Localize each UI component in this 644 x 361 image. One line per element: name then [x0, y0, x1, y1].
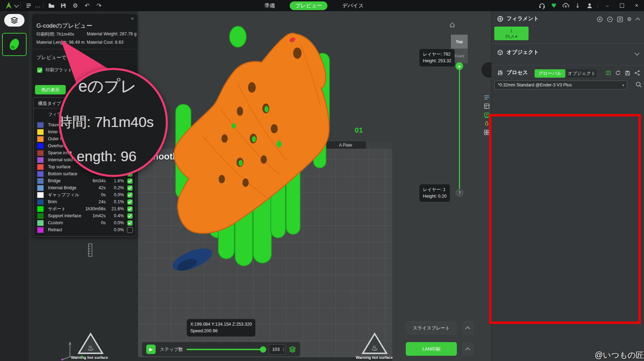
mode-tabs: 準備 プレビュー デバイス	[259, 0, 369, 11]
plate-thumbnail[interactable]	[2, 33, 27, 56]
sync-filament-icon[interactable]	[617, 16, 623, 22]
legend-visibility-checkbox[interactable]	[127, 185, 133, 191]
slice-options-button[interactable]	[462, 321, 474, 335]
home-view-icon[interactable]: ⌂	[450, 20, 455, 29]
legend-row[interactable]: ギャップフィル 0s 0.0%	[34, 191, 136, 198]
save-preset-icon[interactable]	[625, 70, 630, 76]
legend-visibility-checkbox[interactable]	[127, 199, 133, 205]
legend-tab-structure[interactable]: 構造タイプ	[38, 100, 61, 107]
close-button[interactable]: ×	[629, 2, 644, 9]
legend-color-swatch	[37, 122, 44, 128]
category-plate-icon[interactable]	[484, 103, 490, 109]
open-file-button[interactable]	[45, 2, 57, 9]
main-menu-button[interactable]	[23, 2, 35, 9]
svg-text:♨: ♨	[371, 344, 378, 352]
tab-object[interactable]: オブジェクト	[567, 69, 597, 78]
legend-visibility-checkbox[interactable]	[127, 220, 133, 226]
legend-feature-name: Bottom surface	[48, 171, 84, 176]
play-button[interactable]: ▶	[146, 345, 156, 354]
legend-row[interactable]: Support interface 1m42s 0.4%	[34, 212, 136, 219]
spinner-down-icon[interactable]: ▾	[283, 349, 284, 352]
maximize-button[interactable]	[615, 3, 629, 8]
minimize-button[interactable]: –	[600, 3, 615, 8]
legend-row[interactable]: サポート 1h30m56s 21.6%	[34, 205, 136, 212]
legend-row[interactable]: Internal Bridge 42s 0.2%	[34, 184, 136, 191]
tab-prepare[interactable]: 準備	[259, 1, 281, 10]
cloud-service-heart-icon[interactable]: ♥	[548, 2, 560, 9]
category-temperature-icon[interactable]	[484, 121, 490, 127]
legend-percent-value: 21.6%	[106, 206, 124, 211]
platform-checkbox-row[interactable]: 印刷プラットフ	[37, 67, 77, 73]
checkbox-checked-icon[interactable]	[37, 68, 42, 73]
layers-view-icon[interactable]	[289, 346, 296, 353]
material-weight-stat: Material Weight: 287.78 g	[87, 31, 136, 36]
remove-filament-icon[interactable]	[607, 16, 613, 22]
coordinate-line: X:199.084 Y:134.154 Z:253.320	[190, 321, 252, 328]
lan-print-button[interactable]: LAN印刷	[406, 342, 457, 356]
model-3d-shoe[interactable]	[133, 21, 350, 273]
preset-name: *0.32mm Standard @Ender-3 V3 Plus	[495, 83, 622, 87]
legend-visibility-checkbox[interactable]	[127, 227, 133, 233]
legend-visibility-checkbox[interactable]	[127, 206, 133, 212]
layer-bottom-line1: レイヤー: 1	[423, 186, 446, 193]
legend-row[interactable]: Custom 0s 0.0%	[34, 219, 136, 226]
filament-settings-gear-icon[interactable]: ⚙	[627, 16, 632, 22]
step-slider-handle[interactable]	[260, 346, 266, 353]
warning-label-right: Warning hot surface	[356, 355, 393, 360]
support-headset-icon[interactable]	[536, 2, 548, 9]
undo-button[interactable]: ↶	[81, 2, 93, 9]
legend-color-swatch	[37, 199, 44, 205]
parameter-list-icon[interactable]	[605, 70, 611, 76]
tab-global[interactable]: グローバル	[535, 69, 565, 78]
expand-object-icon[interactable]	[635, 51, 639, 56]
viewcube-top-face[interactable]: Top	[451, 35, 468, 49]
help-button[interactable]: ?	[456, 189, 463, 197]
legend-row[interactable]: Bridge 6m34s 1.6%	[34, 177, 136, 184]
slice-plate-button[interactable]: スライスプレート	[406, 321, 457, 335]
legend-row[interactable]: Retract 0.0%	[34, 226, 136, 233]
add-filament-icon[interactable]	[597, 16, 603, 22]
legend-visibility-checkbox[interactable]	[127, 192, 133, 198]
filament-slot-button[interactable]: 1 PLA ▾	[494, 27, 529, 40]
layer-bottom-line2: Height: 0.20	[423, 193, 446, 200]
legend-visibility-checkbox[interactable]	[127, 213, 133, 219]
object-header: オブジェクト	[497, 49, 539, 56]
app-logo[interactable]	[4, 1, 13, 10]
step-spinner[interactable]: ▴ ▾	[283, 347, 285, 352]
layer-slider-handle[interactable]: +	[455, 62, 463, 70]
redo-button[interactable]: ↷	[93, 2, 105, 9]
download-icon[interactable]: ↓	[572, 2, 583, 9]
filament-material: PLA ▾	[505, 34, 517, 40]
legend-visibility-checkbox[interactable]	[127, 178, 133, 184]
layer-slider-track[interactable]	[459, 69, 460, 189]
legend-percent-value: 0.4%	[106, 213, 124, 218]
legend-percent-value: 0.0%	[106, 220, 124, 225]
collapse-section-icon[interactable]	[635, 17, 640, 22]
user-account-icon[interactable]	[583, 2, 595, 9]
settings-gear-icon[interactable]: ⚙	[69, 2, 81, 9]
save-button[interactable]	[57, 2, 69, 9]
panel-collapse-icon[interactable]: «	[131, 15, 134, 21]
category-quality-icon[interactable]	[484, 94, 490, 100]
tab-preview[interactable]: プレビュー	[290, 1, 327, 10]
layers-panel-button[interactable]	[4, 14, 24, 27]
tab-device[interactable]: デバイス	[337, 1, 369, 10]
step-number-input[interactable]: 103 ▴ ▾	[269, 344, 285, 355]
magnifier-line2: 時間: 7h1m40s	[59, 113, 154, 132]
print-options-button[interactable]	[462, 342, 474, 356]
share-preset-icon[interactable]	[634, 70, 640, 76]
step-slider[interactable]	[186, 349, 263, 350]
legend-row[interactable]: Brim 24s 0.1%	[34, 198, 136, 205]
cloud-upload-icon[interactable]	[560, 2, 572, 9]
divider	[597, 2, 598, 9]
preview-section-label: プレビューで	[36, 55, 66, 61]
reset-process-icon[interactable]	[615, 70, 621, 76]
category-speed-icon[interactable]	[484, 112, 490, 118]
search-settings-icon[interactable]	[635, 81, 642, 88]
more-menu-button[interactable]: …	[35, 2, 41, 9]
logo-chevron-icon[interactable]	[14, 2, 19, 7]
color-scheme-button[interactable]: 色の表示	[35, 85, 66, 94]
ruler-icon[interactable]	[86, 243, 95, 257]
category-others-icon[interactable]	[484, 129, 490, 135]
preset-dropdown[interactable]: *0.32mm Standard @Ender-3 V3 Plus ▾	[494, 80, 627, 90]
